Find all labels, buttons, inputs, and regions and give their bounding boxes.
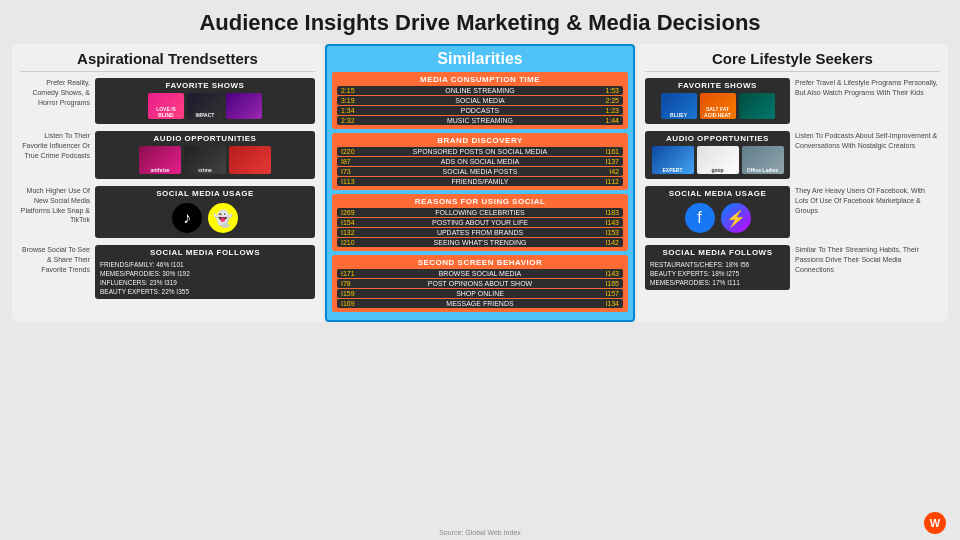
show-label-2: IMPACT (188, 112, 222, 118)
show-thumb-3 (226, 93, 262, 119)
sim-brand-row-4: I113 FRIENDS/FAMILY I112 (337, 177, 623, 186)
sim-screen-label-3: SHOP ONLINE (363, 290, 597, 297)
right-follows-title: SOCIAL MEDIA FOLLOWS (650, 248, 785, 257)
right-follows-text: RESTAURANTS/CHEFS: 18% I56 BEAUTY EXPERT… (650, 260, 785, 287)
right-audio-card: AUDIO OPPORTUNITIES EXPERT goop Office L… (645, 131, 790, 184)
right-shows-row: FAVORITE SHOWS BLUEY SALT FAT ACID HEAT (645, 78, 940, 129)
right-shows-title: FAVORITE SHOWS (650, 81, 785, 90)
sim-label-1: ONLINE STREAMING (363, 87, 597, 94)
w-logo: W (924, 512, 946, 534)
right-social-desc: They Are Heavy Users Of Facebook, With L… (795, 186, 940, 215)
sim-screen-left-3: I159 (341, 290, 363, 297)
left-follows-row: Browse Social To See & Share Their Favor… (20, 245, 315, 304)
sim-label-2: SOCIAL MEDIA (363, 97, 597, 104)
sim-screen-row-4: I169 MESSAGE FRIENDS I134 (337, 299, 623, 308)
left-social-card: SOCIAL MEDIA USAGE ♪ 👻 (95, 186, 315, 243)
left-audio-row: Listen To Their Favorite Influencer Or T… (20, 131, 315, 184)
sim-brand-left-2: I87 (341, 158, 363, 165)
left-follows-title: SOCIAL MEDIA FOLLOWS (100, 248, 310, 257)
left-column: Aspirational Trendsetters Prefer Reality… (12, 44, 323, 322)
right-audio-row: AUDIO OPPORTUNITIES EXPERT goop Office L… (645, 131, 940, 184)
right-follow-item-2: BEAUTY EXPERTS: 18% I275 (650, 269, 785, 278)
audio-thumb-3 (229, 146, 271, 174)
left-follows-side-card: SOCIAL MEDIA FOLLOWS FRIENDS/FAMILY: 46%… (95, 245, 315, 299)
left-audio-desc: Listen To Their Favorite Influencer Or T… (20, 131, 90, 160)
messenger-icon: ⚡ (721, 203, 751, 233)
sim-social-title: REASONS FOR USING SOCIAL (337, 197, 623, 206)
sim-row-2: 3:19 SOCIAL MEDIA 2:25 (337, 96, 623, 105)
sim-left-1: 2:15 (341, 87, 363, 94)
sim-screen-left-2: I78 (341, 280, 363, 287)
right-shows-images: BLUEY SALT FAT ACID HEAT (650, 93, 785, 119)
right-audio-thumb-2: goop (697, 146, 739, 174)
left-follows-desc: Browse Social To See & Share Their Favor… (20, 245, 90, 274)
left-col-header: Aspirational Trendsetters (20, 50, 315, 72)
sim-right-4: 1:44 (597, 117, 619, 124)
right-follow-item-3: MEMES/PARODIES: 17% I111 (650, 278, 785, 287)
left-shows-images: LOVE IS BLIND IMPACT (100, 93, 310, 119)
sim-label-4: MUSIC STREAMING (363, 117, 597, 124)
sim-right-2: 2:25 (597, 97, 619, 104)
left-audio-side-card: AUDIO OPPORTUNITIES anthrize crime (95, 131, 315, 179)
sim-social-left-2: I154 (341, 219, 363, 226)
right-follows-row: SOCIAL MEDIA FOLLOWS RESTAURANTS/CHEFS: … (645, 245, 940, 295)
show-thumb-2: IMPACT (187, 93, 223, 119)
right-social-card: SOCIAL MEDIA USAGE f ⚡ (645, 186, 790, 243)
sim-brand-section: BRAND DISCOVERY I220 SPONSORED POSTS ON … (332, 133, 628, 190)
sim-right-3: 1:23 (597, 107, 619, 114)
sim-row-1: 2:15 ONLINE STREAMING 1:53 (337, 86, 623, 95)
sim-brand-left-1: I220 (341, 148, 363, 155)
sim-brand-row-3: I73 SOCIAL MEDIA POSTS I42 (337, 167, 623, 176)
right-follow-item-1: RESTAURANTS/CHEFS: 18% I56 (650, 260, 785, 269)
sim-left-4: 2:32 (341, 117, 363, 124)
sim-social-right-3: I153 (597, 229, 619, 236)
sim-social-label-1: FOLLOWING CELEBRITIES (363, 209, 597, 216)
right-social-row: SOCIAL MEDIA USAGE f ⚡ They Are Heavy Us… (645, 186, 940, 243)
right-audio-thumb-3: Office Ladies (742, 146, 784, 174)
sim-media-section: MEDIA CONSUMPTION TIME 2:15 ONLINE STREA… (332, 72, 628, 129)
sim-screen-label-2: POST OPINIONS ABOUT SHOW (363, 280, 597, 287)
sim-social-section: REASONS FOR USING SOCIAL I269 FOLLOWING … (332, 194, 628, 251)
right-follows-side-card: SOCIAL MEDIA FOLLOWS RESTAURANTS/CHEFS: … (645, 245, 790, 290)
sim-screen-right-3: I157 (597, 290, 619, 297)
right-col-header: Core Lifestyle Seekers (645, 50, 940, 72)
sim-social-label-3: UPDATES FROM BRANDS (363, 229, 597, 236)
sim-brand-label-1: SPONSORED POSTS ON SOCIAL MEDIA (363, 148, 597, 155)
sim-social-label-4: SEEING WHAT'S TRENDING (363, 239, 597, 246)
sim-brand-row-1: I220 SPONSORED POSTS ON SOCIAL MEDIA I16… (337, 147, 623, 156)
right-audio-side-card: AUDIO OPPORTUNITIES EXPERT goop Office L… (645, 131, 790, 179)
sim-label-3: PODCASTS (363, 107, 597, 114)
right-audio-thumb-1: EXPERT (652, 146, 694, 174)
sim-screen-section: SECOND SCREEN BEHAVIOR I171 BROWSE SOCIA… (332, 255, 628, 312)
sim-social-row-2: I154 POSTING ABOUT YOUR LIFE I143 (337, 218, 623, 227)
sim-social-right-2: I143 (597, 219, 619, 226)
sim-left-2: 3:19 (341, 97, 363, 104)
sim-screen-row-1: I171 BROWSE SOCIAL MEDIA I143 (337, 269, 623, 278)
sim-screen-right-4: I134 (597, 300, 619, 307)
right-show-label-1: BLUEY (662, 112, 696, 118)
left-social-desc: Much Higher Use Of New Social Media Plat… (20, 186, 90, 225)
right-audio-images: EXPERT goop Office Ladies (650, 146, 785, 174)
right-social-icons: f ⚡ (650, 201, 785, 235)
right-audio-label-2: goop (698, 167, 738, 173)
left-audio-title: AUDIO OPPORTUNITIES (100, 134, 310, 143)
center-column: Similarities MEDIA CONSUMPTION TIME 2:15… (325, 44, 635, 322)
left-social-row: Much Higher Use Of New Social Media Plat… (20, 186, 315, 243)
sim-brand-label-4: FRIENDS/FAMILY (363, 178, 597, 185)
sim-screen-label-4: MESSAGE FRIENDS (363, 300, 597, 307)
left-social-icons: ♪ 👻 (100, 201, 310, 235)
right-audio-label-1: EXPERT (653, 167, 693, 173)
audio-label-2: crime (185, 167, 225, 173)
right-social-title: SOCIAL MEDIA USAGE (650, 189, 785, 198)
audio-thumb-1: anthrize (139, 146, 181, 174)
snapchat-icon: 👻 (208, 203, 238, 233)
right-shows-desc: Prefer Travel & Lifestyle Programs Perso… (795, 78, 940, 98)
right-follows-desc: Similar To Their Streaming Habits, Their… (795, 245, 940, 274)
show-label-1: LOVE IS BLIND (149, 106, 183, 118)
sim-social-left-1: I269 (341, 209, 363, 216)
follow-item-1: FRIENDS/FAMILY: 46% I101 (100, 260, 310, 269)
right-follows-card: SOCIAL MEDIA FOLLOWS RESTAURANTS/CHEFS: … (645, 245, 790, 295)
left-shows-title: FAVORITE SHOWS (100, 81, 310, 90)
sim-screen-row-2: I78 POST OPINIONS ABOUT SHOW I165 (337, 279, 623, 288)
right-shows-side-card: FAVORITE SHOWS BLUEY SALT FAT ACID HEAT (645, 78, 790, 124)
